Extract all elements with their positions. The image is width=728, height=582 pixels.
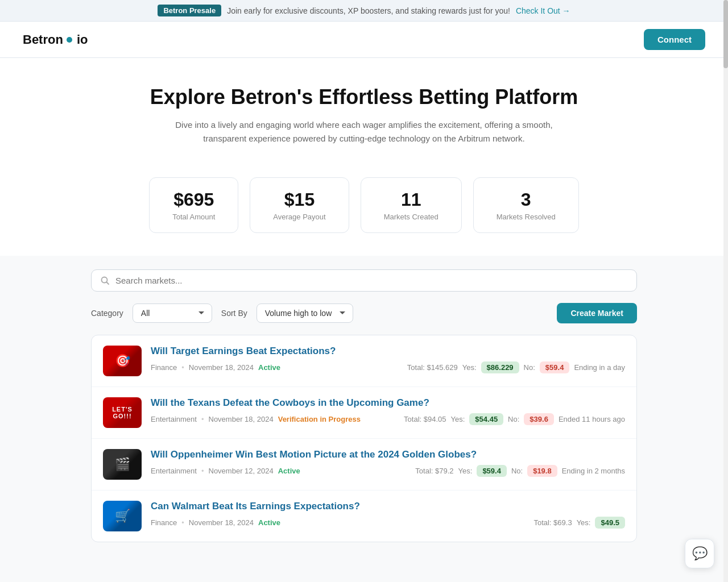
yes-badge: $49.5 [595, 517, 625, 529]
filters-row: Category All Finance Entertainment Sport… [91, 303, 637, 323]
market-title[interactable]: Will the Texans Defeat the Cowboys in th… [151, 397, 625, 409]
stat-avg-payout: $15 Average Payout [250, 177, 349, 233]
target-thumbnail: 🎯 [103, 346, 142, 376]
stat-value-avg: $15 [273, 189, 325, 210]
market-item: 🛒 Can Walmart Beat Its Earnings Expectat… [92, 490, 636, 542]
market-title[interactable]: Can Walmart Beat Its Earnings Expectatio… [151, 501, 625, 512]
stat-total-amount: $695 Total Amount [149, 177, 238, 233]
market-status: Verification in Progress [278, 415, 361, 423]
market-date: November 18, 2024 [209, 415, 274, 423]
no-label: No: [508, 415, 519, 423]
market-category: Finance [151, 363, 177, 372]
market-category: Entertainment [151, 415, 197, 423]
ending-text: Ending in 2 months [562, 467, 625, 475]
svg-line-1 [107, 282, 109, 284]
yes-label: Yes: [451, 415, 465, 423]
oppenheimer-thumbnail: 🎬 [103, 449, 142, 480]
market-stats: Total: $94.05 Yes: $54.45 No: $39.6 Ende… [404, 413, 625, 425]
category-select[interactable]: All Finance Entertainment Sports [133, 304, 212, 323]
ending-text: Ending in a day [574, 363, 625, 372]
stat-value-total: $695 [172, 189, 215, 210]
market-stats: Total: $79.2 Yes: $59.4 No: $19.8 Ending… [415, 465, 625, 477]
market-item: 🎬 Will Oppenheimer Win Best Motion Pictu… [92, 439, 636, 490]
check-it-out-link[interactable]: Check It Out → [516, 6, 570, 15]
search-icon [101, 276, 110, 285]
no-badge: $39.6 [524, 413, 554, 425]
stat-label-created: Markets Created [384, 213, 439, 221]
hero-subtitle: Dive into a lively and engaging world wh… [159, 118, 569, 146]
market-item: LET'SGO!!! Will the Texans Defeat the Co… [92, 387, 636, 439]
no-badge: $19.8 [527, 465, 557, 477]
market-title[interactable]: Will Oppenheimer Win Best Motion Picture… [151, 449, 625, 460]
banner-text: Join early for exclusive discounts, XP b… [227, 6, 510, 15]
market-info: Will Oppenheimer Win Best Motion Picture… [151, 449, 625, 477]
market-item: 🎯 Will Target Earnings Beat Expectations… [92, 335, 636, 387]
scrollbar[interactable] [723, 0, 728, 556]
market-meta: Finance • November 18, 2024 Active Total… [151, 361, 625, 373]
search-box [91, 269, 637, 292]
market-status: Active [278, 467, 300, 475]
yes-label: Yes: [577, 518, 591, 527]
market-info: Will Target Earnings Beat Expectations? … [151, 346, 625, 373]
market-date: November 18, 2024 [189, 363, 254, 372]
chat-icon: 💬 [692, 546, 708, 556]
top-banner: Betron Presale Join early for exclusive … [0, 0, 728, 22]
separator: • [201, 467, 204, 475]
sort-label: Sort By [221, 309, 247, 318]
category-label: Category [91, 309, 123, 318]
yes-badge: $86.229 [481, 361, 519, 373]
chat-button[interactable]: 💬 [685, 539, 714, 556]
market-category: Finance [151, 518, 177, 527]
market-thumbnail: 🎯 [103, 346, 142, 376]
hero-section: Explore Betron's Effortless Betting Plat… [0, 58, 728, 164]
market-thumbnail: 🎬 [103, 449, 142, 480]
yes-label: Yes: [458, 467, 473, 475]
market-date: November 18, 2024 [189, 518, 254, 527]
market-list: 🎯 Will Target Earnings Beat Expectations… [91, 335, 637, 542]
market-thumbnail: 🛒 [103, 501, 142, 531]
no-label: No: [524, 363, 535, 372]
stat-markets-created: 11 Markets Created [361, 177, 462, 233]
market-info: Will the Texans Defeat the Cowboys in th… [151, 397, 625, 425]
header: Betron io Connect [0, 22, 728, 58]
yes-label: Yes: [462, 363, 477, 372]
market-meta: Finance • November 18, 2024 Active Total… [151, 517, 625, 529]
main-content: Category All Finance Entertainment Sport… [80, 256, 648, 556]
no-label: No: [511, 467, 523, 475]
market-category: Entertainment [151, 467, 197, 475]
market-meta: Entertainment • November 18, 2024 Verifi… [151, 413, 625, 425]
yes-badge: $59.4 [477, 465, 507, 477]
market-date: November 12, 2024 [209, 467, 274, 475]
total-amount: Total: $69.3 [533, 518, 572, 527]
connect-button[interactable]: Connect [644, 29, 705, 50]
yes-badge: $54.45 [469, 413, 503, 425]
search-input[interactable] [115, 276, 627, 285]
logo-dot [67, 37, 72, 43]
separator: • [181, 363, 184, 372]
total-amount: Total: $94.05 [404, 415, 446, 423]
market-thumbnail: LET'SGO!!! [103, 397, 142, 428]
total-amount: Total: $79.2 [415, 467, 453, 475]
market-stats: Total: $145.629 Yes: $86.229 No: $59.4 E… [407, 361, 625, 373]
stat-markets-resolved: 3 Markets Resolved [473, 177, 579, 233]
market-info: Can Walmart Beat Its Earnings Expectatio… [151, 501, 625, 529]
presale-badge: Betron Presale [158, 5, 221, 16]
stat-value-resolved: 3 [497, 189, 556, 210]
sort-select[interactable]: Volume high to low Volume low to high Ne… [257, 304, 353, 323]
no-badge: $59.4 [540, 361, 570, 373]
market-status: Active [258, 518, 280, 527]
hero-title: Explore Betron's Effortless Betting Plat… [23, 85, 705, 109]
logo: Betron io [23, 32, 88, 47]
texans-thumbnail: LET'SGO!!! [103, 397, 142, 428]
stats-row: $695 Total Amount $15 Average Payout 11 … [0, 164, 728, 256]
ending-text: Ended 11 hours ago [559, 415, 625, 423]
stat-label-total: Total Amount [172, 213, 215, 221]
market-stats: Total: $69.3 Yes: $49.5 [533, 517, 625, 529]
market-title[interactable]: Will Target Earnings Beat Expectations? [151, 346, 625, 357]
create-market-button[interactable]: Create Market [557, 303, 637, 323]
market-status: Active [258, 363, 280, 372]
walmart-thumbnail: 🛒 [103, 501, 142, 531]
stat-label-resolved: Markets Resolved [497, 213, 556, 221]
logo-text-io: io [77, 32, 88, 47]
separator: • [201, 415, 204, 423]
